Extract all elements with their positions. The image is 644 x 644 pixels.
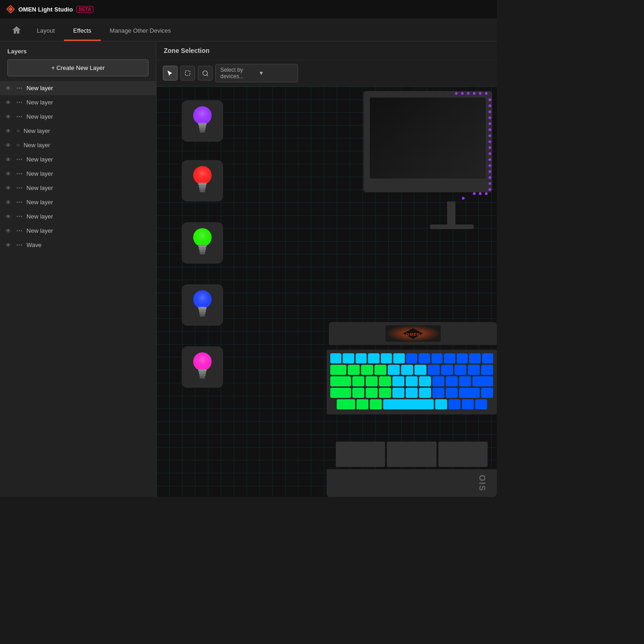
zone-selection-header: Zone Selection xyxy=(156,41,497,60)
svg-rect-2 xyxy=(185,71,190,75)
nav-home-button[interactable] xyxy=(6,21,28,41)
eye-icon: 👁 xyxy=(6,142,13,149)
key xyxy=(448,399,460,409)
layer-name: New layer xyxy=(27,156,53,163)
zone-canvas[interactable]: OMEN xyxy=(156,86,497,497)
list-item[interactable]: 👁 ≈ New layer xyxy=(0,138,156,152)
list-item[interactable]: 👁 ••• New layer xyxy=(0,95,156,109)
eye-icon: 👁 xyxy=(6,85,13,92)
list-item[interactable]: 👁 ••• Wave xyxy=(0,238,156,252)
key-row xyxy=(330,399,493,409)
main-content: Layers + Create New Layer 👁 ••• New laye… xyxy=(0,41,497,497)
key xyxy=(459,388,480,398)
zone-panel: Zone Selection Select by devices... xyxy=(156,41,497,497)
svg-rect-26 xyxy=(199,310,206,312)
device-select-dropdown[interactable]: Select by devices... ▼ xyxy=(215,64,298,82)
eye-icon: 👁 xyxy=(6,199,13,206)
key-row xyxy=(330,365,493,375)
bulb-device-3[interactable] xyxy=(182,222,223,264)
tab-manage-devices[interactable]: Manage Other Devices xyxy=(101,22,180,41)
lasso-tool-button[interactable] xyxy=(198,66,213,80)
key xyxy=(381,353,392,363)
trackpad-left xyxy=(336,442,385,467)
trackpad-center xyxy=(387,442,436,467)
purple-dot xyxy=(489,98,491,101)
monitor-device xyxy=(354,91,497,229)
list-item[interactable]: 👁 ••• New layer xyxy=(0,181,156,195)
layer-menu-icon: ••• xyxy=(17,171,23,176)
layer-menu-icon: ••• xyxy=(17,114,23,119)
list-item[interactable]: 👁 ••• New layer xyxy=(0,152,156,167)
purple-dot xyxy=(461,92,464,95)
bulb-device-1[interactable] xyxy=(182,100,223,142)
eye-icon: 👁 xyxy=(6,156,13,163)
purple-dot xyxy=(489,128,491,131)
purple-dot xyxy=(489,158,491,161)
bulb-device-2[interactable] xyxy=(182,160,223,201)
tab-layout[interactable]: Layout xyxy=(28,22,64,41)
layer-wave-icon: ≈ xyxy=(17,127,20,134)
svg-rect-22 xyxy=(200,252,205,254)
cursor-tool-button[interactable] xyxy=(163,66,178,80)
key xyxy=(352,388,364,398)
list-item[interactable]: 👁 ••• New layer xyxy=(0,209,156,224)
monitor-body xyxy=(363,91,492,192)
purple-dot xyxy=(485,192,488,195)
svg-point-6 xyxy=(193,106,212,125)
layer-wave-icon: ≈ xyxy=(17,142,20,149)
svg-rect-9 xyxy=(199,128,206,130)
key xyxy=(392,388,404,398)
bulb-device-4[interactable] xyxy=(182,284,223,326)
svg-rect-19 xyxy=(198,245,207,247)
layer-menu-icon: ••• xyxy=(17,228,23,233)
list-item[interactable]: 👁 ••• New layer xyxy=(0,81,156,95)
eye-icon: 👁 xyxy=(6,99,13,106)
key xyxy=(428,365,440,375)
key xyxy=(356,399,368,409)
key xyxy=(457,353,468,363)
list-item[interactable]: 👁 ••• New layer xyxy=(0,109,156,124)
create-layer-button[interactable]: + Create New Layer xyxy=(7,59,149,76)
layer-name: New layer xyxy=(27,99,53,106)
key xyxy=(368,353,379,363)
omen-logo-icon xyxy=(6,5,15,13)
eye-icon: 👁 xyxy=(6,185,13,191)
svg-rect-31 xyxy=(198,369,207,372)
bulb-device-5[interactable] xyxy=(182,346,223,388)
eye-icon: 👁 xyxy=(6,242,13,248)
list-item[interactable]: 👁 ••• New layer xyxy=(0,167,156,181)
laptop-brand-label: OIS xyxy=(477,474,487,491)
eye-icon: 👁 xyxy=(6,213,13,220)
purple-dot xyxy=(467,92,470,95)
key xyxy=(414,365,426,375)
layer-menu-icon: ••• xyxy=(17,157,23,162)
list-item[interactable]: 👁 ••• New layer xyxy=(0,195,156,209)
zone-toolbar: Select by devices... ▼ xyxy=(156,60,497,86)
key xyxy=(406,388,418,398)
svg-rect-25 xyxy=(198,307,207,310)
key xyxy=(482,353,493,363)
rect-select-tool-button[interactable] xyxy=(180,66,195,80)
key xyxy=(374,365,386,375)
key xyxy=(468,365,480,375)
svg-rect-15 xyxy=(199,188,206,190)
layer-menu-icon: ••• xyxy=(17,200,23,205)
eye-icon: 👁 xyxy=(6,128,13,134)
list-item[interactable]: 👁 ≈ New layer xyxy=(0,124,156,138)
key xyxy=(366,388,378,398)
svg-rect-8 xyxy=(199,126,206,128)
layers-header: Layers xyxy=(0,41,156,59)
svg-point-24 xyxy=(193,290,212,309)
svg-rect-34 xyxy=(200,376,205,379)
layer-name: New layer xyxy=(27,85,53,92)
key xyxy=(441,365,453,375)
layer-name: New layer xyxy=(27,199,53,206)
purple-dot xyxy=(489,104,491,107)
purple-dot xyxy=(489,152,491,155)
tab-effects[interactable]: Effects xyxy=(64,22,101,41)
svg-rect-21 xyxy=(199,250,206,252)
laptop-bottom-bar: OIS xyxy=(327,469,497,497)
list-item[interactable]: 👁 ••• New layer xyxy=(0,224,156,238)
purple-dot xyxy=(485,92,488,95)
key xyxy=(419,376,431,386)
